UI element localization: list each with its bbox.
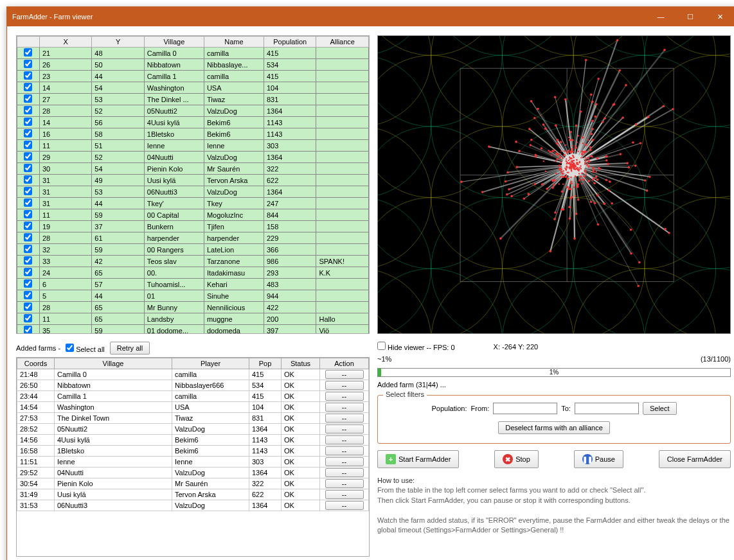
hide-viewer-checkbox[interactable]: Hide viewer -- FPS: 0 xyxy=(377,342,455,351)
farms-col-5[interactable]: Population xyxy=(264,37,316,48)
start-farmadder-button[interactable]: +Start FarmAdder xyxy=(377,450,459,468)
table-row[interactable]: 16:581BletskoBekim61143OK-- xyxy=(17,446,369,457)
table-row[interactable]: 14:54WashingtonUSA104OK-- xyxy=(17,402,369,413)
table-row[interactable]: 2344Camilla 1camilla415 xyxy=(17,71,369,82)
table-row[interactable]: 2753The Dinkel ...Tiwaz831 xyxy=(17,94,369,105)
table-row[interactable]: 1454WashingtonUSA104 xyxy=(17,82,369,94)
table-row[interactable]: 21:48Camilla 0camilla415OK-- xyxy=(17,369,369,380)
action-button[interactable]: -- xyxy=(325,392,364,401)
table-row[interactable]: 11:51IenneIenne303OK-- xyxy=(17,457,369,468)
row-checkbox[interactable] xyxy=(17,94,40,105)
table-row[interactable]: 2865Mr BunnyNennilicious422 xyxy=(17,302,369,313)
action-button[interactable]: -- xyxy=(325,457,364,466)
action-button[interactable]: -- xyxy=(325,446,364,455)
row-checkbox[interactable] xyxy=(17,140,40,152)
table-row[interactable]: 14564Uusi kyläBekim61143 xyxy=(17,117,369,128)
table-row[interactable]: 2861harpenderharpender229 xyxy=(17,232,369,244)
table-row[interactable]: 23:44Camilla 1camilla415OK-- xyxy=(17,391,369,402)
action-button[interactable]: -- xyxy=(325,370,364,379)
row-checkbox[interactable] xyxy=(17,209,40,221)
added-col-1[interactable]: Village xyxy=(55,358,172,369)
table-row[interactable]: 1937BunkernTjifen158 xyxy=(17,221,369,232)
table-row[interactable]: 325900 RangersLateLion366 xyxy=(17,244,369,256)
titlebar[interactable]: FarmAdder - Farm viewer — ☐ ✕ xyxy=(7,7,734,26)
minimize-button[interactable]: — xyxy=(646,7,676,26)
table-row[interactable]: 3342Teos slavTarzanone986SPANK! xyxy=(17,256,369,267)
table-row[interactable]: 3054Pienin KoloMr Saurén322 xyxy=(17,163,369,175)
action-button[interactable]: -- xyxy=(325,435,364,444)
row-checkbox[interactable] xyxy=(17,279,40,290)
table-row[interactable]: 28:5205Nuutti2ValzuDog1364OK-- xyxy=(17,424,369,435)
action-button[interactable]: -- xyxy=(325,479,364,488)
row-checkbox[interactable] xyxy=(17,175,40,186)
added-col-5[interactable]: Action xyxy=(320,358,369,369)
farms-table-scroll[interactable]: XYVillageNamePopulationAlliance 2148Cami… xyxy=(17,36,369,333)
select-filter-button[interactable]: Select xyxy=(643,402,677,415)
select-all-checkbox[interactable]: Select all xyxy=(66,344,105,353)
farms-col-2[interactable]: Y xyxy=(92,37,144,48)
table-row[interactable]: 2650NibbatownNibbaslaye...534 xyxy=(17,59,369,71)
deselect-alliance-button[interactable]: Deselect farms with an alliance xyxy=(498,421,610,434)
table-row[interactable]: 31:5306Nuutti3ValzuDog1364OK-- xyxy=(17,500,369,511)
row-checkbox[interactable] xyxy=(17,48,40,59)
table-row[interactable]: 315306Nuutti3ValzuDog1364 xyxy=(17,186,369,198)
population-to-input[interactable] xyxy=(575,403,639,414)
action-button[interactable]: -- xyxy=(325,403,364,412)
farms-col-4[interactable]: Name xyxy=(204,37,264,48)
close-farmadder-button[interactable]: Close FarmAdder xyxy=(659,450,731,468)
table-row[interactable]: 16581BletskoBekim61143 xyxy=(17,128,369,140)
stop-button[interactable]: ✖Stop xyxy=(494,450,539,468)
row-checkbox[interactable] xyxy=(17,198,40,209)
row-checkbox[interactable] xyxy=(17,71,40,82)
table-row[interactable]: 657Tuhoamisl...Kehari483 xyxy=(17,279,369,290)
farms-col-3[interactable]: Village xyxy=(144,37,204,48)
row-checkbox[interactable] xyxy=(17,302,40,313)
row-checkbox[interactable] xyxy=(17,256,40,267)
action-button[interactable]: -- xyxy=(325,490,364,499)
action-button[interactable]: -- xyxy=(325,414,364,423)
row-checkbox[interactable] xyxy=(17,267,40,279)
row-checkbox[interactable] xyxy=(17,290,40,302)
retry-all-button[interactable]: Retry all xyxy=(110,342,150,354)
added-col-3[interactable]: Pop xyxy=(249,358,282,369)
row-checkbox[interactable] xyxy=(17,128,40,140)
farms-col-1[interactable]: X xyxy=(39,37,91,48)
table-row[interactable]: 3144Tkey'Tkey247 xyxy=(17,198,369,209)
added-col-2[interactable]: Player xyxy=(172,358,249,369)
map-viewer[interactable] xyxy=(377,35,731,334)
row-checkbox[interactable] xyxy=(17,117,40,128)
table-row[interactable]: 1151IenneIenne303 xyxy=(17,140,369,152)
row-checkbox[interactable] xyxy=(17,244,40,256)
row-checkbox[interactable] xyxy=(17,82,40,94)
table-row[interactable]: 30:54Pienin KoloMr Saurén322OK-- xyxy=(17,478,369,489)
table-row[interactable]: 355901 dodome...dodomeda397Viö xyxy=(17,325,369,334)
row-checkbox[interactable] xyxy=(17,59,40,71)
table-row[interactable]: 295204NuuttiValzuDog1364 xyxy=(17,152,369,163)
close-window-button[interactable]: ✕ xyxy=(705,7,734,26)
table-row[interactable]: 2148Camilla 0camilla415 xyxy=(17,48,369,59)
action-button[interactable]: -- xyxy=(325,468,364,477)
farms-col-0[interactable] xyxy=(17,37,40,48)
row-checkbox[interactable] xyxy=(17,105,40,117)
pause-button[interactable]: ❚❚Pause xyxy=(574,450,623,468)
row-checkbox[interactable] xyxy=(17,152,40,163)
row-checkbox[interactable] xyxy=(17,221,40,232)
row-checkbox[interactable] xyxy=(17,186,40,198)
action-button[interactable]: -- xyxy=(325,381,364,390)
row-checkbox[interactable] xyxy=(17,325,40,334)
table-row[interactable]: 285205Nuutti2ValzuDog1364 xyxy=(17,105,369,117)
population-from-input[interactable] xyxy=(493,403,557,414)
table-row[interactable]: 29:5204NuuttiValzuDog1364OK-- xyxy=(17,468,369,478)
table-row[interactable]: 54401Sinuhe944 xyxy=(17,290,369,302)
table-row[interactable]: 31:49Uusi kyläTervon Arska622OK-- xyxy=(17,489,369,500)
table-row[interactable]: 14:564Uusi kyläBekim61143OK-- xyxy=(17,435,369,446)
action-button[interactable]: -- xyxy=(325,424,364,433)
table-row[interactable]: 1165Landsbymuggne200Hallo xyxy=(17,313,369,325)
added-col-0[interactable]: Coords xyxy=(17,358,55,369)
table-row[interactable]: 3149Uusi kyläTervon Arska622 xyxy=(17,175,369,186)
table-row[interactable]: 115900 CapitalMogoluzInc844 xyxy=(17,209,369,221)
row-checkbox[interactable] xyxy=(17,313,40,325)
table-row[interactable]: 26:50NibbatownNibbaslayer666534OK-- xyxy=(17,380,369,391)
maximize-button[interactable]: ☐ xyxy=(676,7,705,26)
row-checkbox[interactable] xyxy=(17,232,40,244)
